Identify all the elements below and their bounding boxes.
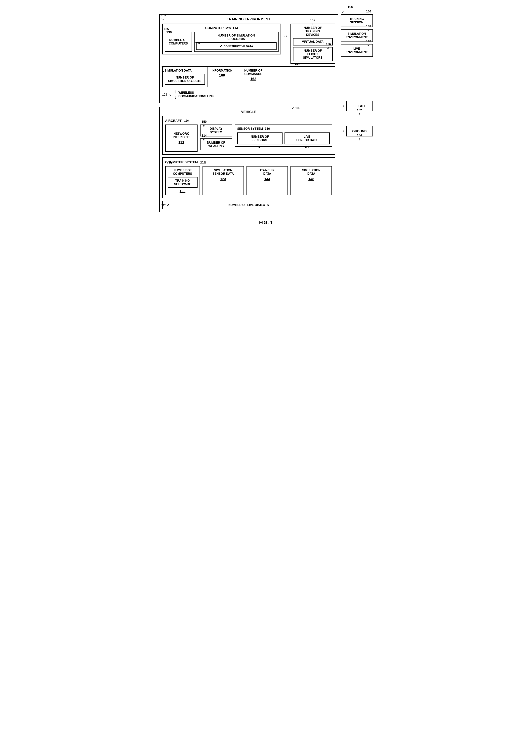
vehicle-title: VEHICLE: [162, 110, 335, 114]
ref-130: 130: [167, 30, 172, 34]
cs118-inner: 119 NUMBER OFCOMPUTERS TRAININGSOFTWARE …: [165, 166, 332, 195]
ref-102-top: ↙ 102: [292, 106, 300, 110]
ownship-data-box: OWNSHIPDATA 144: [247, 166, 288, 195]
num-training-devices-title: NUMBER OFTRAININGDEVICES: [293, 26, 333, 37]
ref-138: 138: [295, 62, 300, 66]
live-objects-box: 126↗ NUMBER OF LIVE OBJECTS: [162, 201, 335, 209]
sim-programs-title: NUMBER OF SIMULATIONPROGRAMS: [196, 34, 277, 41]
training-env-title: TRAINING ENVIRONMENT: [162, 17, 335, 21]
display-col: 150↙ DISPLAYSYSTEM 114↙ NUMBER OFWEAPONS: [200, 124, 232, 150]
num-training-devices-box: 132↓ NUMBER OFTRAININGDEVICES VIRTUAL DA…: [290, 24, 335, 64]
spacer: [341, 69, 373, 84]
ref-154: 154↑: [357, 134, 362, 141]
left-center-area: 133 ↘ TRAINING ENVIRONMENT COMPUTER SYST…: [159, 14, 338, 212]
wireless-link-label: WIRELESSCOMMUNICATIONS LINK: [178, 91, 214, 98]
ref-124-area: 124 ↘: [162, 93, 172, 96]
ref-152: 152↑: [357, 109, 362, 116]
diagram-container: 100 ↙ 133 ↘ TRAINING ENVIRONMENT: [159, 5, 373, 303]
num-sensors-box: 128 NUMBER OFSENSORS: [237, 132, 282, 145]
training-software-box: TRAININGSOFTWARE: [168, 177, 198, 188]
num-computers-118-label: NUMBER OFCOMPUTERS: [168, 169, 198, 176]
ref-118: 118: [200, 160, 206, 164]
arrow-to-ground: →: [341, 128, 345, 134]
live-env-box: 110↙ LIVEENVIRONMENT: [341, 44, 373, 57]
sensor-title: SENSOR SYSTEM: [237, 127, 263, 130]
arrow-134-icon: ↙: [219, 44, 222, 48]
main-layout: 133 ↘ TRAINING ENVIRONMENT COMPUTER SYST…: [159, 14, 373, 212]
ground-row: → 154↑ GROUND: [341, 126, 373, 136]
ref-134: 134: [195, 41, 200, 45]
network-interface-label: NETWORKINTERFACE: [173, 132, 190, 139]
network-interface-box: NETWORKINTERFACE 112: [165, 124, 198, 152]
ref-144: 144: [249, 177, 285, 181]
cs118-box: COMPUTER SYSTEM 118 119 NUMBER OFCOMPUTE…: [162, 157, 335, 198]
flight-row: → 152↑ FLIGHT: [341, 101, 373, 111]
sensor-system-box: SENSOR SYSTEM 116 128 NUMBER OFSENSORS 1…: [235, 124, 332, 147]
num-computers-label: NUMBER OF COMPUTERS: [169, 38, 188, 45]
computer-system-box: COMPUTER SYSTEM 135 130 NUMBER OF COMPUT…: [162, 24, 281, 54]
aircraft-inner: NETWORKINTERFACE 112 150↙ DISPLAYSYSTEM: [165, 124, 332, 152]
sim-data-148-box: SIMULATIONDATA 148: [290, 166, 332, 195]
ref-100: 100: [348, 5, 353, 9]
top-ref-number: 100: [159, 5, 373, 9]
sim-data-148-label: SIMULATIONDATA: [293, 169, 330, 176]
training-environment-box: 133 ↘ TRAINING ENVIRONMENT COMPUTER SYST…: [159, 14, 338, 103]
ref-114: 114↙: [202, 134, 207, 141]
wireless-link-section: 124 ↘ ↑ ↓ WIRELESSCOMMUNICATIONS LINK: [162, 89, 335, 100]
vehicle-box: ↙ 102 VEHICLE AIRCRAFT 104 NETWORKINTERF…: [159, 107, 338, 212]
up-down-arrow: ↑ ↓: [174, 89, 176, 100]
commands-box: NUMBER OFCOMMANDS 162: [237, 67, 270, 87]
ref-132: 132↓: [310, 19, 315, 26]
num-flight-simulators-box: 138 136↙ NUMBER OFFLIGHTSIMULATORS: [293, 47, 333, 61]
ref-133-label: 133 ↘: [161, 14, 166, 21]
ref-108: 108↙: [366, 25, 371, 32]
constructive-data-box: 134 ↙ CONSTRUCTIVE DATA: [196, 42, 277, 50]
sim-sensor-data-label: SIMULATIONSENSOR DATA: [205, 169, 242, 176]
ref-125: 125↘: [162, 66, 167, 73]
cs118-header: COMPUTER SYSTEM 118: [165, 160, 332, 164]
training-env-inner: COMPUTER SYSTEM 135 130 NUMBER OF COMPUT…: [162, 24, 335, 64]
ref-104: 104: [184, 119, 190, 122]
sim-data-row: 125↘ SIMULATION DATA NUMBER OFSIMULATION…: [162, 67, 335, 87]
ref-160: 160: [209, 73, 235, 77]
live-sensor-data-box: 121 LIVESENSOR DATA: [284, 132, 330, 145]
ref-136: 136↙: [326, 42, 331, 50]
commands-label: NUMBER OFCOMMANDS: [239, 69, 268, 76]
sim-programs-box: NUMBER OF SIMULATIONPROGRAMS 134 ↙ CONST…: [194, 32, 279, 52]
computer-system-title: COMPUTER SYSTEM: [165, 26, 279, 30]
ref-162: 162: [239, 77, 268, 81]
ref-121: 121: [305, 146, 309, 149]
ref-148: 148: [293, 177, 330, 181]
ref-126: 126↗: [162, 203, 169, 207]
ref-116: 116: [265, 127, 270, 130]
ownship-data-label: OWNSHIPDATA: [249, 169, 285, 176]
ref-128: 128: [257, 146, 262, 149]
aircraft-header: AIRCRAFT 104: [165, 119, 332, 122]
num-computers-118-box: 119 NUMBER OFCOMPUTERS TRAININGSOFTWARE …: [165, 166, 200, 195]
cs-inner-row: 135 130 NUMBER OF COMPUTERS NUMBER OF SI…: [165, 32, 279, 52]
ref-120: 120: [168, 189, 198, 193]
aircraft-title: AIRCRAFT: [165, 119, 182, 122]
ref-123: 123: [205, 177, 242, 181]
arrow-100: ↙: [159, 10, 373, 14]
ref-106: 106: [366, 10, 371, 13]
sim-data-left: SIMULATION DATA NUMBER OFSIMULATION OBJE…: [163, 67, 207, 87]
aircraft-box: AIRCRAFT 104 NETWORKINTERFACE 112: [162, 116, 335, 155]
ref-112: 112: [178, 140, 184, 145]
ref-119: 119: [167, 162, 172, 165]
ref-150: 150↙: [202, 120, 207, 127]
ground-box: 154↑ GROUND: [346, 126, 373, 136]
num-sim-objects-box: NUMBER OFSIMULATION OBJECTS: [165, 74, 205, 85]
flight-box: 152↑ FLIGHT: [346, 101, 373, 111]
num-weapons-box: 114↙ NUMBER OFWEAPONS: [200, 138, 232, 150]
live-objects-label: NUMBER OF LIVE OBJECTS: [228, 203, 269, 207]
sim-data-label: SIMULATION DATA: [165, 69, 205, 72]
ref-110: 110↙: [366, 40, 371, 47]
fig-label: FIG. 1: [159, 220, 373, 226]
sim-sensor-data-box: SIMULATIONSENSOR DATA 123: [202, 166, 244, 195]
sensor-inner: 128 NUMBER OFSENSORS 121 LIVESENSOR DATA: [237, 132, 330, 145]
num-computers-135-box: 135 130 NUMBER OF COMPUTERS: [165, 32, 192, 52]
constructive-data-label: CONSTRUCTIVE DATA: [224, 45, 253, 48]
sensor-header: SENSOR SYSTEM 116: [237, 127, 330, 130]
double-arrow-cs-ntd: ↔: [283, 34, 288, 39]
